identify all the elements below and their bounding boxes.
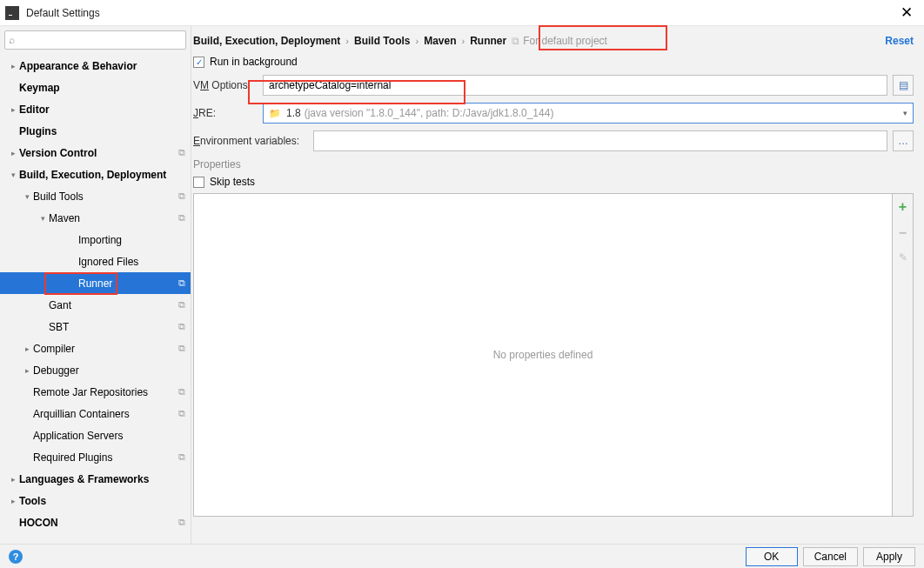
copy-icon: ⧉	[178, 299, 185, 311]
breadcrumb: Build, Execution, Deployment › Build Too…	[191, 26, 924, 56]
tree-item-gant[interactable]: Gant⧉	[0, 294, 191, 316]
edit-icon: ✎	[899, 251, 907, 264]
tree-item-label: Ignored Files	[78, 256, 138, 268]
run-background-label: Run in background	[210, 56, 298, 68]
tree-item-label: Build Tools	[33, 190, 84, 203]
tree-item-application-servers[interactable]: Application Servers	[0, 424, 191, 446]
tree-item-label: Runner	[78, 277, 112, 290]
jre-label: JRE:	[193, 107, 263, 119]
copy-icon: ⧉	[178, 321, 185, 332]
tree-item-label: Importing	[78, 234, 122, 246]
crumb-0[interactable]: Build, Execution, Deployment	[193, 35, 340, 47]
tree-item-label: Compiler	[33, 343, 75, 355]
properties-toolbar: + − ✎	[893, 193, 914, 517]
copy-icon: ⧉	[178, 517, 185, 528]
remove-icon: −	[899, 225, 907, 241]
settings-tree: ▸Appearance & BehaviorKeymap▸EditorPlugi…	[0, 53, 191, 544]
tree-item-build-execution-deployment[interactable]: ▾Build, Execution, Deployment	[0, 164, 191, 185]
no-properties-text: No properties defined	[493, 349, 593, 361]
tree-item-editor[interactable]: ▸Editor	[0, 98, 191, 120]
cancel-button[interactable]: Cancel	[803, 547, 858, 566]
tree-item-remote-jar-repositories[interactable]: Remote Jar Repositories⧉	[0, 381, 191, 403]
window-title: Default Settings	[26, 7, 100, 19]
tree-item-importing[interactable]: Importing	[0, 229, 191, 251]
add-icon[interactable]: +	[899, 199, 907, 215]
tree-item-runner[interactable]: Runner⧉	[0, 272, 191, 294]
tree-item-label: Languages & Frameworks	[19, 473, 149, 485]
chevron-down-icon: ▾	[21, 192, 33, 201]
tree-item-hocon[interactable]: HOCON⧉	[0, 511, 191, 533]
crumb-1[interactable]: Build Tools	[354, 35, 410, 47]
tree-item-sbt[interactable]: SBT⧉	[0, 316, 191, 337]
skip-tests-checkbox[interactable]: ✓	[193, 177, 204, 188]
chevron-right-icon: ▸	[7, 105, 19, 114]
tree-item-label: SBT	[49, 321, 69, 333]
copy-icon: ⧉	[178, 190, 185, 202]
tree-item-label: Editor	[19, 104, 50, 116]
svg-rect-0	[8, 9, 17, 17]
search-input[interactable]	[4, 30, 186, 50]
copy-icon: ⧉	[178, 451, 185, 463]
tree-item-languages-frameworks[interactable]: ▸Languages & Frameworks	[0, 468, 191, 490]
copy-icon: ⧉	[178, 277, 185, 289]
tree-item-label: Plugins	[19, 125, 57, 137]
properties-section-label: Properties	[193, 158, 914, 170]
copy-icon: ⧉	[512, 35, 519, 47]
copy-icon: ⧉	[178, 343, 185, 354]
help-icon[interactable]: ?	[9, 550, 23, 564]
folder-icon: 📁	[269, 108, 281, 119]
tree-item-required-plugins[interactable]: Required Plugins⧉	[0, 446, 191, 468]
chevron-right-icon: ▸	[21, 344, 33, 353]
apply-button[interactable]: Apply	[863, 547, 915, 566]
tree-item-label: HOCON	[19, 517, 58, 529]
chevron-right-icon: ▸	[7, 497, 19, 505]
env-vars-label: Environment variables:	[193, 135, 313, 147]
crumb-3[interactable]: Runner	[470, 35, 506, 47]
tree-item-appearance-behavior[interactable]: ▸Appearance & Behavior	[0, 55, 191, 77]
tree-item-label: Arquillian Containers	[33, 408, 130, 420]
crumb-2[interactable]: Maven	[424, 35, 456, 47]
tree-item-label: Build, Execution, Deployment	[19, 169, 166, 181]
env-browse-button[interactable]: …	[893, 130, 914, 151]
tree-item-label: Gant	[49, 299, 71, 311]
chevron-right-icon: ▸	[7, 475, 19, 484]
tree-item-label: Keymap	[19, 82, 60, 94]
vm-options-input[interactable]	[263, 75, 887, 96]
reset-link[interactable]: Reset	[885, 35, 914, 47]
chevron-right-icon: ›	[410, 36, 424, 46]
vm-options-label: VM Options:	[193, 79, 263, 91]
tree-item-build-tools[interactable]: ▾Build Tools⧉	[0, 185, 191, 207]
tree-item-keymap[interactable]: Keymap	[0, 77, 191, 98]
tree-item-tools[interactable]: ▸Tools	[0, 490, 191, 511]
copy-icon: ⧉	[178, 147, 185, 158]
run-background-checkbox[interactable]: ✓	[193, 57, 204, 68]
tree-item-label: Remote Jar Repositories	[33, 386, 148, 398]
tree-item-label: Debugger	[33, 364, 79, 377]
close-icon[interactable]: ✕	[889, 0, 924, 26]
tree-item-maven[interactable]: ▾Maven⧉	[0, 207, 191, 229]
ok-button[interactable]: OK	[746, 547, 798, 566]
chevron-down-icon: ▾	[7, 170, 19, 179]
tree-item-plugins[interactable]: Plugins	[0, 120, 191, 142]
expand-editor-icon[interactable]: ▤	[893, 75, 914, 96]
tree-item-label: Appearance & Behavior	[19, 60, 137, 72]
tree-item-compiler[interactable]: ▸Compiler⧉	[0, 337, 191, 359]
env-vars-input[interactable]	[313, 130, 887, 151]
tree-item-debugger[interactable]: ▸Debugger	[0, 359, 191, 381]
chevron-down-icon: ▾	[37, 214, 49, 223]
properties-list[interactable]: No properties defined	[193, 193, 893, 517]
copy-icon: ⧉	[178, 212, 185, 224]
tree-item-label: Application Servers	[33, 430, 123, 442]
tree-item-ignored-files[interactable]: Ignored Files	[0, 251, 191, 272]
chevron-right-icon: ›	[457, 36, 471, 46]
tree-item-version-control[interactable]: ▸Version Control⧉	[0, 142, 191, 164]
copy-icon: ⧉	[178, 386, 185, 398]
skip-tests-label: Skip tests	[210, 176, 255, 188]
chevron-right-icon: ▸	[7, 62, 19, 70]
tree-item-label: Required Plugins	[33, 451, 112, 464]
tree-item-arquillian-containers[interactable]: Arquillian Containers⧉	[0, 403, 191, 424]
chevron-right-icon: ▸	[7, 149, 19, 157]
tree-item-label: Version Control	[19, 147, 97, 159]
tree-item-label: Tools	[19, 495, 46, 507]
jre-select[interactable]: 📁 1.8 (java version "1.8.0_144", path: D…	[263, 103, 914, 124]
